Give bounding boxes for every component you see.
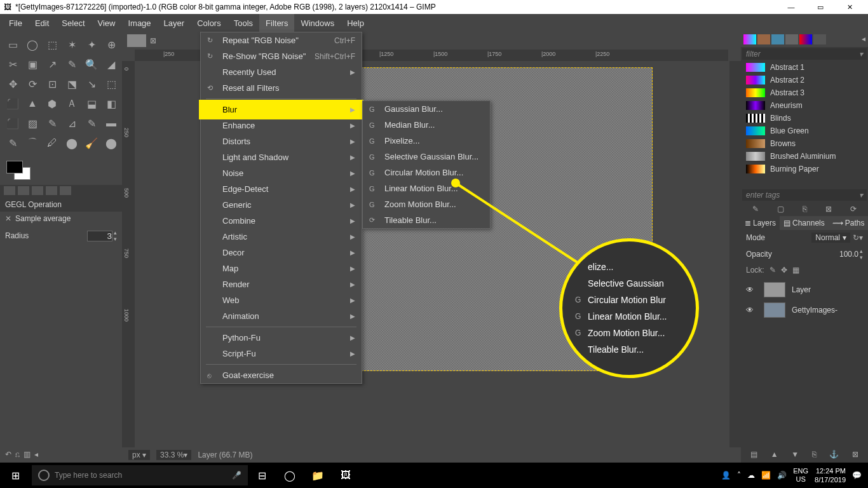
submenu-item[interactable]: ⟳Tileable Blur... [363, 212, 490, 228]
menu-item[interactable]: Render▶ [201, 276, 362, 292]
close-button[interactable]: ✕ [835, 0, 864, 14]
menu-item[interactable]: ⟲Reset all Filters [201, 80, 362, 96]
tool-19[interactable]: ▲ [24, 95, 41, 112]
language-indicator[interactable]: ENGUS [793, 467, 808, 484]
menu-item[interactable]: Web▶ [201, 292, 362, 308]
menu-colors[interactable]: Colors [191, 14, 227, 32]
menu-item[interactable]: Animation▶ [201, 308, 362, 324]
gradient-item[interactable]: Abstract 3 [741, 86, 868, 99]
panel-tab-paths[interactable]: ⟿Paths [829, 216, 868, 230]
gradient-item[interactable]: Blinds [741, 112, 868, 125]
tool-28[interactable]: ✎ [83, 114, 100, 132]
radius-input[interactable] [87, 231, 112, 241]
menu-filters[interactable]: Filters [259, 14, 294, 32]
tool-23[interactable]: ◧ [102, 95, 120, 112]
tool-25[interactable]: ▨ [24, 114, 41, 132]
menu-layer[interactable]: Layer [158, 14, 191, 32]
visibility-icon[interactable]: 👁 [746, 306, 757, 315]
menu-image[interactable]: Image [121, 14, 157, 32]
menu-windows[interactable]: Windows [294, 14, 341, 32]
layer-row[interactable]: 👁GettyImages- [743, 300, 865, 320]
panel-menu-icon[interactable]: ◂ [862, 34, 865, 44]
submenu-item[interactable]: GSelective Gaussian Blur... [363, 149, 490, 165]
tool-9[interactable]: ✎ [63, 55, 81, 73]
scrollbar-vertical[interactable] [729, 61, 741, 450]
tool-6[interactable]: ✂ [4, 55, 22, 73]
menu-item[interactable]: Noise▶ [201, 165, 362, 181]
close-icon[interactable]: ✕ [5, 214, 11, 223]
volume-icon[interactable]: 🔊 [777, 471, 787, 480]
menu-item[interactable]: ↻Repeat "RGB Noise"Ctrl+F [201, 32, 362, 48]
tool-30[interactable]: ✎ [4, 134, 22, 152]
mode-reset-icon[interactable]: ↻▾ [853, 233, 863, 242]
palette-tab-icon[interactable] [799, 34, 812, 44]
mic-icon[interactable]: 🎤 [232, 471, 241, 480]
opacity-row[interactable]: Opacity 100.0 ▴▾ [741, 245, 868, 263]
mode-select[interactable]: Normal▾ [811, 233, 850, 243]
menu-item[interactable]: Recently Used▶ [201, 64, 362, 80]
menu-tools[interactable]: Tools [227, 14, 259, 32]
unit-select[interactable]: px ▾ [128, 450, 150, 460]
history-tab-icon[interactable] [785, 34, 798, 44]
tool-34[interactable]: 🧹 [83, 134, 100, 152]
gimp-taskbar-icon[interactable]: 🖼 [332, 463, 360, 488]
menu-item[interactable]: Artistic▶ [201, 229, 362, 245]
tray-up-icon[interactable]: ˄ [737, 471, 741, 480]
gradient-item[interactable]: Browns [741, 137, 868, 150]
start-button[interactable]: ⊞ [0, 463, 31, 488]
image-tab-thumb[interactable] [127, 34, 146, 47]
tool-17[interactable]: ⬚ [102, 75, 120, 93]
tool-11[interactable]: ◢ [102, 55, 120, 73]
panel-tab-layers[interactable]: ≣Layers [741, 216, 780, 230]
tool-0[interactable]: ▭ [4, 36, 22, 53]
panel-tab-channels[interactable]: ▤Channels [780, 216, 829, 230]
tool-8[interactable]: ↗ [43, 55, 61, 73]
stepper-icon[interactable]: ▴▾ [114, 229, 117, 242]
tool-4[interactable]: ✦ [83, 36, 100, 53]
tool-26[interactable]: ✎ [43, 114, 61, 132]
gradients-tab-icon[interactable] [743, 34, 756, 44]
gradient-item[interactable]: Abstract 2 [741, 74, 868, 86]
chevron-down-icon[interactable]: ▾ [859, 191, 863, 200]
duplicate-icon[interactable]: ⎘ [803, 205, 807, 214]
submenu-item[interactable]: GMedian Blur... [363, 117, 490, 133]
zoom-select[interactable]: 33.3 %▾ [156, 450, 191, 460]
gradient-item[interactable]: Blue Green [741, 125, 868, 137]
menu-item[interactable]: Edge-Detect▶ [201, 181, 362, 197]
tool-1[interactable]: ◯ [24, 36, 41, 53]
minimize-button[interactable]: — [776, 0, 806, 14]
submenu-item[interactable]: GLinear Motion Blur... [363, 180, 490, 196]
gradient-item[interactable]: Burning Paper [741, 163, 868, 175]
explorer-icon[interactable]: 📁 [304, 463, 332, 488]
lock-alpha-icon[interactable]: ▦ [792, 266, 799, 274]
menu-item[interactable]: Enhance▶ [201, 118, 362, 133]
menu-select[interactable]: Select [55, 14, 91, 32]
menu-item[interactable]: Light and Shadow▶ [201, 149, 362, 165]
submenu-item[interactable]: GPixelize... [363, 133, 490, 149]
tool-2[interactable]: ⬚ [43, 36, 61, 53]
menu-item[interactable]: Distorts▶ [201, 133, 362, 149]
menu-item[interactable]: Decor▶ [201, 245, 362, 261]
tool-16[interactable]: ↘ [83, 75, 100, 93]
clock[interactable]: 12:24 PM8/17/2019 [815, 466, 846, 484]
delete-icon[interactable]: ⊠ [825, 205, 832, 214]
gradient-item[interactable]: Brushed Aluminium [741, 150, 868, 163]
sample-average-row[interactable]: ✕Sample average [0, 212, 122, 226]
notifications-icon[interactable]: 💬 [852, 471, 862, 480]
tool-33[interactable]: ⬤ [63, 134, 81, 152]
menu-file[interactable]: File [3, 14, 29, 32]
menu-item[interactable]: ↻Re-Show "RGB Noise"Shift+Ctrl+F [201, 48, 362, 64]
fg-color[interactable] [6, 161, 23, 173]
tool-29[interactable]: ▬ [102, 114, 120, 132]
tool-18[interactable]: ⬛ [4, 95, 22, 112]
menu-item[interactable]: Map▶ [201, 261, 362, 276]
tab-close-icon[interactable]: ⊠ [150, 36, 156, 45]
chevron-down-icon[interactable]: ▾ [859, 50, 863, 58]
tool-21[interactable]: Ａ [63, 95, 81, 112]
gradient-filter-input[interactable]: filter▾ [742, 48, 867, 60]
menu-edit[interactable]: Edit [29, 14, 55, 32]
doc-tab-icon[interactable] [813, 34, 826, 44]
tags-input[interactable]: enter tags▾ [742, 189, 867, 201]
edit-icon[interactable]: ✎ [752, 205, 759, 214]
fonts-tab-icon[interactable] [771, 34, 784, 44]
